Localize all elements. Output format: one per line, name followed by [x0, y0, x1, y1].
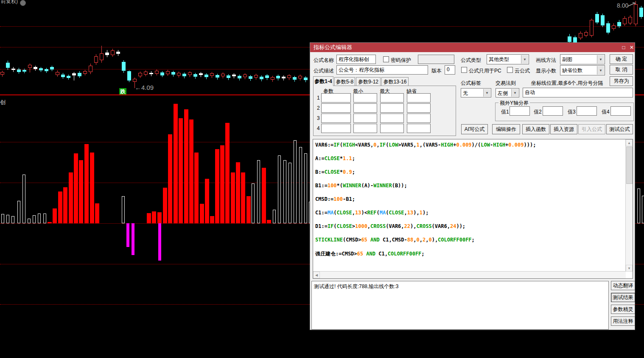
- candle-body: [298, 76, 302, 78]
- scroll-down-icon[interactable]: ▼: [626, 265, 633, 272]
- formula-name-input[interactable]: 程序化指标创: [336, 55, 376, 64]
- value2-input[interactable]: [543, 106, 563, 116]
- password-input[interactable]: [418, 55, 454, 64]
- indicator-bar-red: [58, 191, 62, 223]
- scroll-left-icon[interactable]: ◀: [313, 272, 320, 278]
- ok-button[interactable]: 确 定: [610, 54, 633, 64]
- formula-code-editor[interactable]: VAR6:=IF(HIGH<VAR5,0,IF(LOW>VAR5,1,(VAR5…: [313, 139, 633, 279]
- candle-body: [155, 71, 159, 74]
- formula-type-select[interactable]: 其他类型 ▼: [487, 54, 529, 64]
- indicator-panel-label: 创: [0, 99, 6, 106]
- chevron-down-icon[interactable]: ▼: [483, 89, 490, 97]
- candle-body: [122, 62, 126, 71]
- usage-notes-button[interactable]: 用法注释: [611, 316, 635, 326]
- candle-body: [568, 36, 571, 42]
- param-input-r3c1[interactable]: [321, 114, 351, 123]
- param-input-r2c4[interactable]: [407, 103, 431, 113]
- param-input-r4c2[interactable]: [353, 124, 377, 133]
- tab-param-3[interactable]: 参数9-12: [356, 77, 381, 86]
- param-input-r3c4[interactable]: [407, 114, 431, 123]
- chevron-down-icon[interactable]: ▼: [511, 89, 518, 97]
- candle-body: [34, 67, 37, 69]
- param-input-r2c3[interactable]: [380, 103, 404, 113]
- indicator-bar-white: [252, 183, 255, 223]
- param-input-r4c3[interactable]: [380, 124, 404, 133]
- param-row-number: 3: [317, 115, 320, 121]
- param-wizard-button[interactable]: 参数精灵: [611, 305, 635, 314]
- param-input-r1c1[interactable]: [321, 93, 351, 103]
- code-line-7: D1:=IF(CLOSE>1000,CROSS(VAR6,22),CROSS(V…: [315, 223, 465, 229]
- formula-desc-input[interactable]: 公众号：程序化指标: [336, 65, 428, 75]
- vertical-scrollbar[interactable]: ▲ ▼: [625, 139, 633, 272]
- extra-yaxis-label: 额外Y轴分界: [498, 100, 530, 107]
- tab-param-1[interactable]: 参数1-4: [313, 76, 333, 86]
- close-icon[interactable]: ✕: [628, 44, 635, 51]
- indicator-bar-red: [84, 144, 89, 223]
- param-input-r4c4[interactable]: [407, 124, 431, 133]
- dialog-titlebar[interactable]: 指标公式编辑器 □ ✕: [310, 43, 635, 52]
- param-row-number: 2: [317, 105, 320, 111]
- param-input-r3c3[interactable]: [380, 114, 404, 123]
- candle-body: [595, 14, 599, 22]
- chevron-down-icon[interactable]: ▼: [597, 66, 604, 75]
- value1-input[interactable]: [510, 106, 530, 116]
- tab-param-4[interactable]: 参数13-16: [381, 77, 409, 86]
- trade-rule-select[interactable]: 左侧 ▼: [496, 88, 519, 97]
- indicator-bar-magenta: [158, 223, 161, 261]
- value3-input[interactable]: [577, 106, 597, 116]
- insert-function-button[interactable]: 插入函数: [522, 124, 549, 134]
- value1-label: 值1: [501, 108, 509, 116]
- indicator-bar-white: [294, 140, 297, 223]
- decimals-select[interactable]: 缺省位数 ▼: [560, 65, 605, 75]
- formula-tag-select[interactable]: 无 ▼: [461, 88, 491, 97]
- test-result-button[interactable]: 测试结果: [611, 293, 635, 302]
- candle-body: [628, 17, 632, 23]
- indicator-bar-red: [194, 153, 199, 223]
- cancel-button[interactable]: 取 消: [610, 65, 633, 75]
- candle-body: [133, 79, 137, 82]
- test-formula-button[interactable]: 测试公式: [606, 124, 633, 134]
- dynamic-translate-button[interactable]: 动态翻译: [611, 281, 635, 290]
- insert-resource-button[interactable]: 插入资源: [550, 124, 577, 134]
- candle-body: [606, 23, 610, 33]
- indicator-bar-white: [33, 215, 36, 223]
- cloud-formula-checkbox[interactable]: [507, 67, 513, 73]
- scrollbar-thumb[interactable]: [626, 147, 633, 184]
- param-input-r1c2[interactable]: [353, 93, 377, 103]
- param-input-r1c3[interactable]: [380, 93, 404, 103]
- edit-ops-button[interactable]: 编辑操作: [492, 124, 520, 134]
- horizontal-scrollbar[interactable]: ◀: [313, 271, 626, 278]
- formula-type-label: 公式类型: [461, 57, 481, 64]
- param-input-r2c2[interactable]: [353, 103, 377, 113]
- indicator-bar-white: [283, 160, 286, 223]
- indicator-bar-red: [215, 149, 219, 223]
- info-circle-icon: [20, 0, 26, 6]
- ai-write-button[interactable]: AI写公式: [461, 124, 488, 134]
- param-row-number: 1: [317, 95, 320, 101]
- cloud-formula-label: 云公式: [515, 67, 530, 75]
- value2-label: 值2: [534, 108, 542, 116]
- candle-body: [232, 75, 236, 76]
- chevron-down-icon[interactable]: ▼: [597, 55, 604, 64]
- value4-input[interactable]: [610, 106, 631, 116]
- maximize-icon[interactable]: □: [620, 44, 627, 51]
- param-input-r2c1[interactable]: [321, 103, 351, 113]
- candle-body: [199, 73, 203, 75]
- candle-body: [282, 77, 286, 78]
- password-protect-checkbox[interactable]: [383, 56, 389, 62]
- candle-body: [138, 73, 142, 76]
- tab-param-2[interactable]: 参数5-8: [334, 77, 355, 86]
- version-input[interactable]: 0: [445, 65, 455, 75]
- save-as-button[interactable]: 另存为: [610, 76, 633, 86]
- chevron-down-icon[interactable]: ▼: [521, 55, 528, 64]
- candle-body: [617, 22, 621, 26]
- scroll-up-icon[interactable]: ▲: [626, 139, 633, 146]
- draw-method-select[interactable]: 副图 ▼: [560, 54, 605, 64]
- param-input-r1c4[interactable]: [407, 93, 431, 103]
- indicator-bar-white: [642, 196, 644, 223]
- param-input-r3c2[interactable]: [353, 114, 377, 123]
- pc-only-checkbox[interactable]: [461, 67, 467, 73]
- candle-body: [56, 72, 59, 75]
- param-input-r4c1[interactable]: [321, 124, 351, 133]
- axis-position-input[interactable]: 自动: [523, 88, 633, 97]
